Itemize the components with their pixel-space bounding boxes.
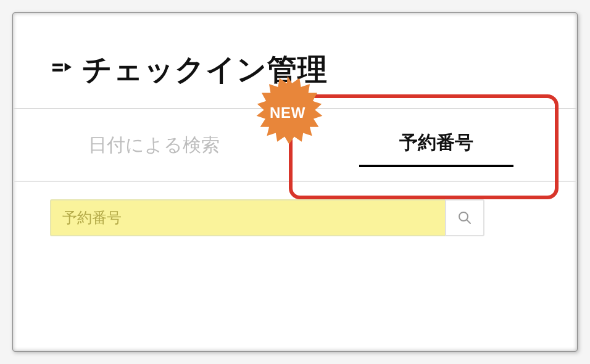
tabs-container: 日付による検索 予約番号 NEW xyxy=(13,108,577,182)
svg-line-5 xyxy=(467,220,470,223)
svg-rect-1 xyxy=(52,69,63,72)
tabs: 日付による検索 予約番号 xyxy=(13,108,577,182)
svg-marker-2 xyxy=(65,63,72,72)
reservation-number-input[interactable] xyxy=(50,199,445,236)
page-title: チェックイン管理 xyxy=(82,50,328,89)
tab-search-by-date[interactable]: 日付による検索 xyxy=(13,109,295,181)
list-marker-icon xyxy=(50,59,72,81)
checkin-management-panel: チェックイン管理 日付による検索 予約番号 NEW xyxy=(12,12,578,352)
panel-header: チェックイン管理 xyxy=(13,13,577,108)
svg-rect-0 xyxy=(52,64,63,66)
active-tab-underline xyxy=(359,165,513,167)
tab-reservation-number[interactable]: 予約番号 xyxy=(295,109,577,181)
tab-label: 予約番号 xyxy=(399,130,473,160)
tab-label: 日付による検索 xyxy=(88,133,220,158)
search-row xyxy=(13,182,577,254)
search-icon xyxy=(457,210,472,225)
search-button[interactable] xyxy=(445,199,484,236)
